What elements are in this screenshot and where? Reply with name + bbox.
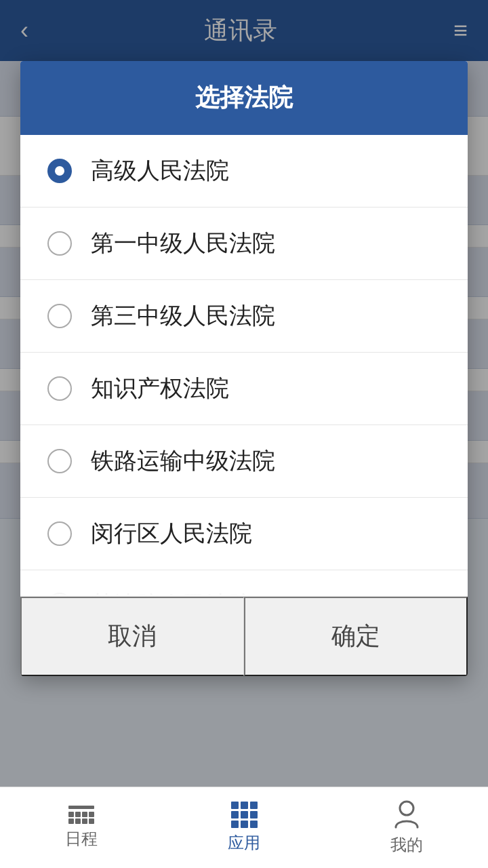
person-icon (394, 800, 419, 831)
court-item-4[interactable]: 知识产权法院 (20, 353, 468, 425)
court-item-1[interactable]: 高级人民法院 (20, 135, 468, 208)
radio-3 (47, 304, 72, 328)
court-selection-dialog: 选择法院 高级人民法院 第一中级人民法院 第三中级人民法院 (20, 61, 468, 676)
court-label-6: 闵行区人民法院 (91, 518, 252, 549)
dialog-footer: 取消 确定 (20, 596, 468, 676)
nav-label-mine: 我的 (390, 834, 423, 856)
court-item-2[interactable]: 第一中级人民法院 (20, 208, 468, 280)
schedule-icon (68, 806, 94, 824)
bottom-nav: 日程 应用 我的 (0, 787, 488, 868)
radio-1 (47, 159, 72, 183)
cancel-button[interactable]: 取消 (20, 597, 244, 676)
apps-icon (231, 802, 258, 828)
dialog-overlay: 选择法院 高级人民法院 第一中级人民法院 第三中级人民法院 (0, 0, 488, 868)
nav-label-apps: 应用 (228, 832, 260, 854)
radio-2 (47, 231, 72, 256)
court-label-3: 第三中级人民法院 (91, 300, 275, 332)
dialog-header: 选择法院 (20, 61, 468, 135)
court-item-5[interactable]: 铁路运输中级法院 (20, 425, 468, 498)
nav-item-mine[interactable]: 我的 (325, 793, 488, 863)
court-label-4: 知识产权法院 (91, 373, 229, 404)
radio-6 (47, 521, 72, 546)
svg-point-0 (400, 802, 413, 815)
court-item-7-partial[interactable]: 某法院人民法院 (20, 570, 468, 596)
confirm-button[interactable]: 确定 (244, 597, 468, 676)
dialog-body: 高级人民法院 第一中级人民法院 第三中级人民法院 知识产权法院 铁路运输中级法院 (20, 135, 468, 596)
nav-item-schedule[interactable]: 日程 (0, 799, 163, 856)
court-label-2: 第一中级人民法院 (91, 228, 275, 259)
radio-inner-1 (55, 166, 64, 176)
court-item-3[interactable]: 第三中级人民法院 (20, 280, 468, 353)
court-label-1: 高级人民法院 (91, 155, 229, 186)
radio-7 (47, 593, 72, 596)
radio-5 (47, 449, 72, 473)
dialog-title: 选择法院 (195, 83, 293, 111)
court-label-5: 铁路运输中级法院 (91, 446, 275, 477)
nav-item-apps[interactable]: 应用 (163, 795, 325, 861)
court-item-6[interactable]: 闵行区人民法院 (20, 498, 468, 570)
nav-label-schedule: 日程 (65, 828, 98, 850)
court-label-7: 某法院人民法院 (91, 589, 252, 596)
radio-4 (47, 376, 72, 401)
